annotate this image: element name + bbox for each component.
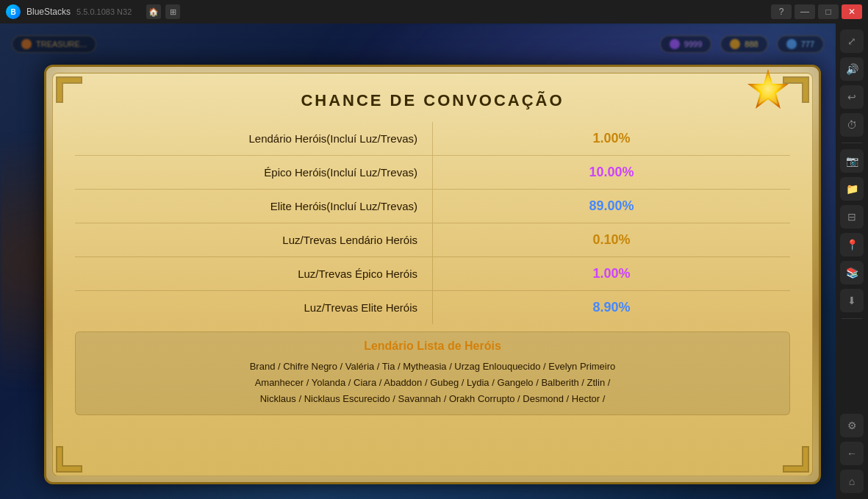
expand-sidebar-button[interactable]: ⤢ [840,29,864,53]
titlebar: B BlueStacks 5.5.0.1083 N32 🏠 ⊞ ? — □ ✕ [0,0,868,24]
app-title: BlueStacks [26,7,71,17]
panel-title: CHANCE DE CONVOCAÇÃO [53,73,812,122]
performance-button[interactable]: ⏱ [840,113,864,137]
row-value-1: 1.00% [433,122,791,156]
hero-list-section: Lendário Lista de Heróis Brand / Chifre … [75,331,790,415]
volume-button[interactable]: 🔊 [840,57,864,81]
hud-currency-4: 777 [777,35,824,53]
location-button[interactable]: 📍 [840,233,864,256]
hero-list-line-1: Brand / Chifre Negro / Valéria / Tia / M… [87,359,778,375]
table-row: Luz/Trevas Lendário Heróis 0.10% [75,223,790,257]
row-value-4: 0.10% [433,223,791,257]
table-row: Luz/Trevas Épico Heróis 1.00% [75,257,790,291]
row-label-3: Elite Heróis(Incluí Luz/Trevas) [75,190,433,223]
row-value-5: 1.00% [433,257,791,291]
right-sidebar: ⤢ 🔊 ↩ ⏱ 📷 📁 ⊟ 📍 📚 ⬇ ⚙ ← ⌂ [836,24,868,499]
panel-inner: CHANCE DE CONVOCAÇÃO Lendário Heróis(Inc… [52,73,813,476]
table-row: Lendário Heróis(Incluí Luz/Trevas) 1.00% [75,122,790,156]
minimize-button[interactable]: — [795,4,815,19]
chance-table: Lendário Heróis(Incluí Luz/Trevas) 1.00%… [75,122,790,324]
app-version: 5.5.0.1083 N32 [76,7,132,16]
screenshot-button[interactable]: 📷 [840,149,864,173]
hero-list-title: Lendário Lista de Heróis [87,340,778,353]
library-button[interactable]: 📚 [840,261,864,284]
table-row: Luz/Trevas Elite Heróis 8.90% [75,291,790,325]
sidebar-divider-2 [842,318,862,319]
corner-decoration-br [781,445,811,474]
home-nav-button[interactable]: ⌂ [840,470,864,493]
row-label-1: Lendário Heróis(Incluí Luz/Trevas) [75,122,433,156]
layers-button[interactable]: ⊟ [840,205,864,229]
corner-decoration-bl [54,445,84,474]
install-button[interactable]: ⬇ [840,289,864,312]
hero-list-line-2: Amanhecer / Yolanda / Ciara / Abaddon / … [87,375,778,391]
help-button[interactable]: ? [771,4,792,19]
corner-decoration-tl [54,75,84,104]
home-icon[interactable]: 🏠 [146,4,161,19]
row-label-6: Luz/Trevas Elite Heróis [75,291,433,325]
row-label-5: Luz/Trevas Épico Heróis [75,257,433,291]
hud-currency-1: TREASURE... [12,35,96,53]
sidebar-divider-1 [842,143,862,143]
table-row: Elite Heróis(Incluí Luz/Trevas) 89.00% [75,190,790,223]
rotate-button[interactable]: ↩ [840,85,864,109]
window-controls: ? — □ ✕ [771,4,862,19]
folder-button[interactable]: 📁 [840,177,864,201]
hud-currency-3: 888 [720,35,767,53]
main-panel: CHANCE DE CONVOCAÇÃO Lendário Heróis(Inc… [44,65,821,484]
row-value-3: 89.00% [433,190,791,223]
settings-button[interactable]: ⚙ [840,414,864,437]
game-area: TREASURE... 9999 888 777 [0,24,836,499]
close-button[interactable]: ✕ [842,4,862,19]
star-decoration [746,68,790,112]
row-value-6: 8.90% [433,291,791,325]
table-row: Épico Heróis(Incluí Luz/Trevas) 10.00% [75,156,790,190]
row-label-4: Luz/Trevas Lendário Heróis [75,223,433,257]
hero-list-line-3: Nicklaus / Nicklaus Escurecido / Savanna… [87,391,778,407]
maximize-button[interactable]: □ [818,4,839,19]
hud-currency-2: 9999 [660,35,711,53]
row-value-2: 10.00% [433,156,791,190]
row-label-2: Épico Heróis(Incluí Luz/Trevas) [75,156,433,190]
back-nav-button[interactable]: ← [840,442,864,465]
multi-instance-icon[interactable]: ⊞ [165,4,180,19]
top-hud: TREASURE... 9999 888 777 [0,24,836,65]
titlebar-nav-icons: 🏠 ⊞ [146,4,180,19]
app-logo: B [6,4,21,19]
